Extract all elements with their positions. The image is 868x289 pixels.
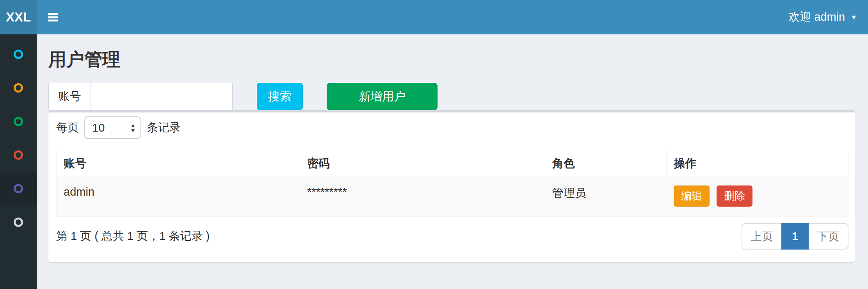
sidebar-item-4[interactable] [0,138,37,172]
search-toolbar: 账号 搜索 新增用户 [48,83,855,110]
chevron-down-icon: ▼ [850,14,857,21]
account-input-group: 账号 [48,83,233,110]
app-logo[interactable]: XXL [0,0,37,34]
circle-o-icon [14,50,23,59]
next-page-button[interactable]: 下页 [808,223,848,250]
user-table: 账号 密码 角色 操作 admin ********* 管理员 编辑 删除 [56,151,848,217]
table-footer: 第 1 页 ( 总共 1 页，1 条记录 ) 上页 1 下页 [56,223,848,250]
page-number-button[interactable]: 1 [781,223,809,250]
user-table-panel: 每页 10 ▲▼ 条记录 账号 密码 角色 操作 admin [48,110,855,262]
account-input-label: 账号 [48,83,91,110]
table-row: admin ********* 管理员 编辑 删除 [57,176,848,217]
main-content: 用户管理 账号 搜索 新增用户 每页 10 ▲▼ 条记录 账号 密码 [37,34,868,289]
table-header-row: 账号 密码 角色 操作 [57,151,848,176]
cell-password: ********* [300,176,545,217]
page-size-suffix-label: 条记录 [147,120,181,136]
sidebar-menu [0,34,37,239]
cell-actions: 编辑 删除 [667,176,848,217]
circle-o-icon [14,218,23,227]
delete-button[interactable]: 删除 [717,186,752,207]
hamburger-icon [48,13,58,15]
page-size-row: 每页 10 ▲▼ 条记录 [56,116,848,139]
cell-account: admin [57,176,300,217]
cell-role: 管理员 [545,176,666,217]
sidebar [0,34,37,289]
page-size-prefix-label: 每页 [56,120,79,136]
sidebar-item-6[interactable] [0,205,37,239]
column-header-account[interactable]: 账号 [57,151,300,176]
circle-o-icon [14,117,23,126]
sidebar-item-1[interactable] [0,37,37,71]
top-navbar: XXL 欢迎 admin ▼ [0,0,868,34]
previous-page-button[interactable]: 上页 [742,223,782,250]
page-size-select[interactable]: 10 ▲▼ [84,116,141,139]
hamburger-icon [48,20,58,21]
circle-o-icon [14,184,23,193]
user-menu-label: 欢迎 admin [788,9,845,25]
pagination-info: 第 1 页 ( 总共 1 页，1 条记录 ) [56,228,210,244]
column-header-actions[interactable]: 操作 [667,151,848,176]
account-search-input[interactable] [91,83,233,110]
add-user-button[interactable]: 新增用户 [327,83,438,110]
search-button[interactable]: 搜索 [257,83,303,110]
hamburger-icon [48,16,58,18]
column-header-role[interactable]: 角色 [545,151,666,176]
sidebar-item-2[interactable] [0,71,37,105]
sidebar-item-user-management[interactable] [0,172,37,205]
circle-o-icon [14,150,23,160]
page-size-value: 10 [92,121,130,134]
user-menu[interactable]: 欢迎 admin ▼ [788,9,857,25]
sidebar-item-3[interactable] [0,105,37,138]
sidebar-toggle-button[interactable] [48,13,58,21]
column-header-password[interactable]: 密码 [300,151,545,176]
spinner-arrows-icon: ▲▼ [130,123,136,133]
pagination: 上页 1 下页 [742,223,848,250]
circle-o-icon [14,83,23,93]
page-title: 用户管理 [48,34,855,71]
edit-button[interactable]: 编辑 [674,186,710,207]
